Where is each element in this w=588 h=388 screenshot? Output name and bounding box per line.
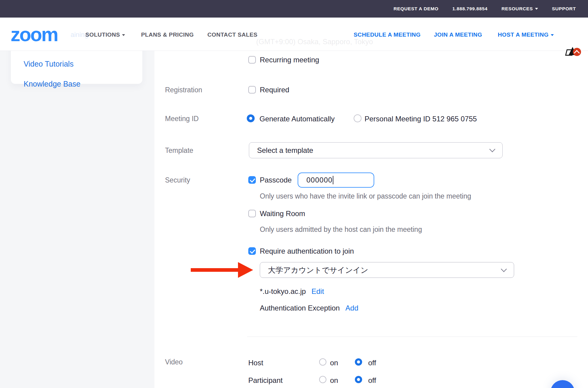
host-video-on-radio[interactable]: [319, 358, 326, 366]
generate-automatically-label: Generate Automatically: [259, 115, 335, 123]
utility-topbar: REQUEST A DEMO 1.888.799.8854 RESOURCES …: [0, 0, 588, 18]
template-label: Template: [165, 146, 193, 155]
require-authentication-checkbox[interactable]: [248, 247, 256, 255]
help-floating-button[interactable]: [550, 380, 575, 388]
auth-domain-value: *.u-tokyo.ac.jp: [260, 287, 306, 295]
zoom-logo[interactable]: zoom: [11, 25, 58, 44]
nav-plans-pricing[interactable]: PLANS & PRICING: [141, 31, 194, 38]
template-select[interactable]: Select a template: [249, 142, 503, 158]
auth-method-select[interactable]: 大学アカウントでサインイン: [260, 262, 514, 278]
waiting-room-helper-text: Only users admitted by the host can join…: [260, 225, 422, 234]
passcode-value: 000000: [306, 176, 332, 184]
registration-required-label: Required: [260, 86, 289, 94]
waiting-room-checkbox[interactable]: [248, 210, 256, 217]
resources-menu[interactable]: RESOURCES: [501, 6, 538, 12]
phone-number[interactable]: 1.888.799.8854: [452, 6, 487, 12]
support-link[interactable]: SUPPORT: [552, 6, 576, 12]
meeting-id-label: Meeting ID: [165, 114, 199, 123]
section-divider: [247, 337, 577, 337]
nav-host-meeting[interactable]: HOST A MEETING: [498, 31, 554, 38]
host-video-off-label: off: [368, 359, 376, 367]
video-participant-label: Participant: [248, 376, 282, 385]
auth-exception-label: Authentication Exception: [260, 304, 340, 312]
request-demo-link[interactable]: REQUEST A DEMO: [394, 6, 438, 12]
recurring-meeting-label: Recurring meeting: [260, 56, 319, 64]
recurring-meeting-checkbox[interactable]: [248, 56, 256, 64]
host-video-on-label: on: [330, 359, 338, 367]
chevron-down-icon: [535, 8, 538, 10]
main-navbar: zoom SOLUTIONS PLANS & PRICING CONTACT S…: [0, 18, 588, 51]
nav-join-meeting[interactable]: JOIN A MEETING: [434, 31, 482, 38]
waiting-room-label: Waiting Room: [260, 209, 305, 218]
participant-video-off-radio[interactable]: [355, 376, 362, 383]
add-link[interactable]: Add: [345, 304, 358, 312]
sidebar: Video Tutorials Knowledge Base: [0, 18, 154, 388]
passcode-label: Passcode: [260, 176, 292, 184]
video-host-label: Host: [248, 359, 263, 367]
participant-video-on-label: on: [330, 376, 338, 385]
red-arrow-head: [238, 262, 253, 278]
auth-exception-row: Authentication Exception Add: [260, 304, 358, 312]
passcode-checkbox[interactable]: [248, 176, 256, 184]
chevron-down-icon: [122, 34, 125, 36]
nav-solutions[interactable]: SOLUTIONS: [85, 31, 125, 38]
auth-method-select-value: 大学アカウントでサインイン: [268, 265, 368, 275]
chevron-down-icon: [489, 146, 495, 152]
personal-meeting-id-radio[interactable]: [354, 114, 362, 122]
nav-schedule-meeting[interactable]: SCHEDULE A MEETING: [354, 31, 421, 38]
host-video-off-radio[interactable]: [355, 358, 362, 366]
video-label: Video: [165, 358, 183, 366]
template-select-value: Select a template: [257, 146, 313, 155]
chevron-down-icon: [551, 34, 554, 36]
participant-video-on-radio[interactable]: [319, 376, 326, 383]
chevron-down-icon: [501, 266, 507, 272]
participant-video-off-label: off: [368, 376, 376, 385]
passcode-input[interactable]: 000000: [298, 173, 374, 188]
text-cursor: [333, 176, 333, 184]
edit-link[interactable]: Edit: [312, 287, 324, 295]
generate-automatically-radio[interactable]: [247, 114, 255, 122]
sidebar-item-knowledge-base[interactable]: Knowledge Base: [24, 80, 81, 88]
passcode-helper-text: Only users who have the invite link or p…: [260, 192, 471, 200]
security-label: Security: [165, 176, 190, 184]
nav-contact-sales[interactable]: CONTACT SALES: [207, 31, 257, 38]
registration-required-checkbox[interactable]: [248, 86, 256, 94]
sidebar-item-video-tutorials[interactable]: Video Tutorials: [24, 60, 74, 68]
profile-avatar[interactable]: [566, 47, 581, 57]
personal-meeting-id-label: Personal Meeting ID 512 965 0755: [365, 115, 477, 123]
require-authentication-label: Require authentication to join: [260, 247, 354, 255]
registration-label: Registration: [165, 86, 202, 94]
red-arrow-annotation: [191, 268, 239, 272]
auth-domain-row: *.u-tokyo.ac.jp Edit: [260, 287, 324, 296]
